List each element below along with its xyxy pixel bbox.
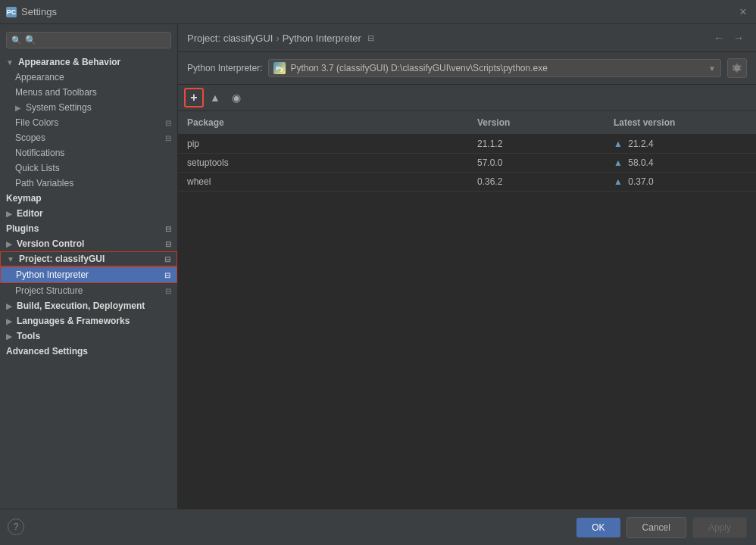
expand-icon <box>6 302 12 310</box>
breadcrumb-bar: Project: classifyGUI › Python Interprete… <box>178 24 756 52</box>
interpreter-row: Python Interpreter: Py Python 3.7 (class… <box>178 52 756 85</box>
table-row[interactable]: wheel 0.36.2 ▲ 0.37.0 <box>178 173 756 192</box>
nav-forward-button[interactable]: → <box>730 30 747 45</box>
sidebar-item-system-settings[interactable]: System Settings <box>0 100 177 115</box>
sidebar-item-label: Quick Lists <box>15 163 60 173</box>
sidebar-item-label: Tools <box>17 331 40 341</box>
expand-icon <box>6 240 12 248</box>
sidebar: 🔍 Appearance & Behavior Appearance Menus… <box>0 24 178 509</box>
table-row[interactable]: setuptools 57.0.0 ▲ 58.0.4 <box>178 154 756 173</box>
interpreter-value: Python 3.7 (classifyGUI) D:\classifyGUI\… <box>290 63 704 73</box>
python-icon: Py <box>273 62 286 74</box>
package-latest: ▲ 0.37.0 <box>604 173 756 191</box>
sidebar-item-notifications[interactable]: Notifications <box>0 145 177 160</box>
breadcrumb-tab-icon: ⊟ <box>367 33 374 43</box>
breadcrumb-page: Python Interpreter <box>283 33 361 44</box>
package-name: wheel <box>178 173 468 191</box>
package-table: Package Version Latest version pip 21.1.… <box>178 111 756 509</box>
ok-button[interactable]: OK <box>576 518 620 537</box>
upgrade-arrow-icon: ▲ <box>614 157 623 168</box>
sidebar-item-plugins[interactable]: Plugins ⊟ <box>0 221 177 236</box>
sidebar-item-path-variables[interactable]: Path Variables <box>0 176 177 191</box>
sidebar-item-languages-frameworks[interactable]: Languages & Frameworks <box>0 313 177 329</box>
col-header-version: Version <box>468 114 604 131</box>
breadcrumb-project: Project: classifyGUI <box>187 33 273 44</box>
sidebar-item-label: Keymap <box>6 193 42 204</box>
package-latest: ▲ 58.0.4 <box>604 154 756 172</box>
interpreter-label: Python Interpreter: <box>187 63 262 73</box>
col-header-package: Package <box>178 114 468 131</box>
sidebar-item-keymap[interactable]: Keymap <box>0 191 177 206</box>
package-name: pip <box>178 135 468 153</box>
close-button[interactable]: × <box>736 5 750 19</box>
expand-icon <box>6 317 12 325</box>
sidebar-item-tools[interactable]: Tools <box>0 329 177 344</box>
expand-icon <box>6 58 14 67</box>
sidebar-item-python-interpreter[interactable]: Python Interpreter ⊟ <box>0 266 177 283</box>
sidebar-item-label: Build, Execution, Deployment <box>17 301 145 311</box>
ext-icon: ⊟ <box>165 287 171 295</box>
ext-icon: ⊟ <box>165 225 171 233</box>
expand-icon <box>6 332 12 341</box>
interpreter-select[interactable]: Py Python 3.7 (classifyGUI) D:\classifyG… <box>268 59 721 77</box>
ext-icon: ⊟ <box>165 240 171 248</box>
sidebar-item-label: Project Structure <box>15 285 83 296</box>
cancel-button[interactable]: Cancel <box>626 517 686 538</box>
app-icon: PC <box>6 7 17 17</box>
sidebar-item-label: System Settings <box>26 102 92 113</box>
table-header: Package Version Latest version <box>178 111 756 135</box>
bottom-bar: ? OK Cancel Apply <box>0 509 756 545</box>
sidebar-item-label: Path Variables <box>15 178 73 188</box>
show-package-button[interactable]: ◉ <box>226 88 246 107</box>
ext-icon: ⊟ <box>164 255 170 263</box>
gear-icon <box>732 63 742 73</box>
sidebar-item-appearance[interactable]: Appearance <box>0 70 177 85</box>
sidebar-item-label: Scopes <box>15 132 45 143</box>
sidebar-item-label: Appearance <box>15 72 64 83</box>
sidebar-item-version-control[interactable]: Version Control ⊟ <box>0 236 177 251</box>
ext-icon: ⊟ <box>165 119 171 127</box>
toolbar: + ▲ ◉ <box>178 85 756 111</box>
title-bar: PC Settings × <box>0 0 756 24</box>
expand-icon <box>6 210 12 218</box>
sidebar-item-label: Advanced Settings <box>6 346 88 357</box>
nav-back-button[interactable]: ← <box>711 30 727 45</box>
sidebar-item-build-execution-deployment[interactable]: Build, Execution, Deployment <box>0 298 177 313</box>
sidebar-item-menus-toolbars[interactable]: Menus and Toolbars <box>0 85 177 100</box>
sidebar-item-label: Languages & Frameworks <box>17 316 130 326</box>
package-name: setuptools <box>178 154 468 172</box>
ext-icon: ⊟ <box>164 271 170 279</box>
sidebar-item-scopes[interactable]: Scopes ⊟ <box>0 130 177 145</box>
table-row[interactable]: pip 21.1.2 ▲ 21.2.4 <box>178 135 756 154</box>
add-package-button[interactable]: + <box>184 88 204 107</box>
sidebar-item-label: Plugins <box>6 223 39 234</box>
gear-button[interactable] <box>727 58 747 78</box>
dropdown-arrow-icon: ▼ <box>708 64 716 73</box>
search-input[interactable] <box>25 35 166 45</box>
sidebar-item-quick-lists[interactable]: Quick Lists <box>0 160 177 176</box>
breadcrumb-separator: › <box>276 33 279 44</box>
sidebar-item-project-classifygui[interactable]: Project: classifyGUI ⊟ <box>0 251 177 266</box>
sidebar-item-label: Project: classifyGUI <box>19 254 105 264</box>
sidebar-item-label: File Colors <box>15 117 58 128</box>
sidebar-item-editor[interactable]: Editor <box>0 206 177 221</box>
sidebar-item-appearance-behavior[interactable]: Appearance & Behavior <box>0 54 177 70</box>
upgrade-arrow-icon: ▲ <box>614 176 623 187</box>
sidebar-item-project-structure[interactable]: Project Structure ⊟ <box>0 283 177 298</box>
help-button[interactable]: ? <box>8 519 24 535</box>
sidebar-item-label: Menus and Toolbars <box>15 87 97 98</box>
window-title: Settings <box>21 6 57 17</box>
sidebar-item-file-colors[interactable]: File Colors ⊟ <box>0 115 177 130</box>
sidebar-item-label: Python Interpreter <box>16 269 89 280</box>
sidebar-item-label: Notifications <box>15 148 64 158</box>
sidebar-item-label: Version Control <box>17 238 84 249</box>
package-latest: ▲ 21.2.4 <box>604 135 756 153</box>
col-header-latest: Latest version <box>604 114 756 131</box>
upgrade-package-button[interactable]: ▲ <box>205 88 225 107</box>
apply-button[interactable]: Apply <box>692 517 747 538</box>
search-box[interactable]: 🔍 <box>6 32 171 48</box>
sidebar-item-advanced-settings[interactable]: Advanced Settings <box>0 344 177 359</box>
expand-icon <box>15 104 21 112</box>
sidebar-item-label: Appearance & Behavior <box>18 57 120 67</box>
package-version: 0.36.2 <box>468 173 604 191</box>
